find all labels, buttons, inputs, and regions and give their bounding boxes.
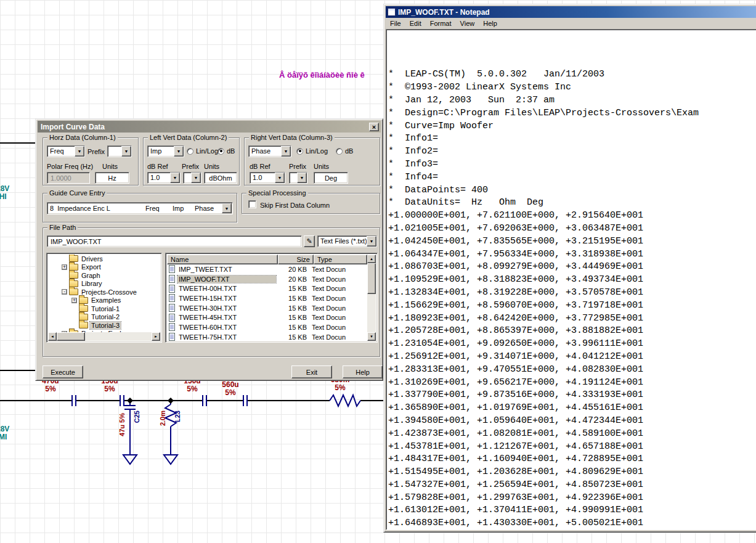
right-units-box: Deg <box>314 172 348 184</box>
tree-horizontal-scrollbar[interactable]: ◄ ► <box>48 332 160 341</box>
text-line: +1.109529E+001, +8.318823E+000, +3.49373… <box>388 274 756 287</box>
left-linlog-radio[interactable]: Lin/Log <box>187 147 218 155</box>
dropdown-arrow-icon[interactable]: ▼ <box>121 146 131 157</box>
dialog-titlebar[interactable]: Import Curve Data × <box>38 121 381 133</box>
tree-item[interactable]: Tutorial-3 <box>48 321 160 330</box>
shunt-l23-ref: L23 <box>174 410 181 422</box>
text-line: +1.086703E+001, +8.099279E+000, +3.44496… <box>388 261 756 274</box>
left-db-radio[interactable]: dB <box>217 147 235 155</box>
group-title: Horz Data (Column-1) <box>47 134 118 141</box>
menu-item[interactable]: Help <box>479 18 502 28</box>
list-vertical-scrollbar[interactable]: ▲ ▼ <box>367 255 376 341</box>
file-list[interactable]: IMP_TWEET.TXT 20 KB Text Docun IMP_WOOF.… <box>167 264 367 341</box>
dropdown-arrow-icon[interactable]: ▼ <box>275 173 285 183</box>
scroll-up-icon[interactable]: ▲ <box>367 255 376 263</box>
left-units-box: dBOhm <box>204 172 237 184</box>
dropdown-arrow-icon[interactable]: ▼ <box>367 236 376 247</box>
tree-item[interactable]: Graph <box>48 271 160 280</box>
file-row[interactable]: TWEETH-00H.TXT 15 KB Text Docun <box>167 284 367 293</box>
dropdown-arrow-icon[interactable]: ▼ <box>75 146 84 157</box>
dropdown-arrow-icon[interactable]: ▼ <box>281 146 291 157</box>
text-line: +1.205728E+001, +8.865397E+000, +3.88188… <box>388 325 756 338</box>
left-dbref-combo[interactable]: 1.0 ▼ <box>147 172 181 184</box>
dropdown-arrow-icon[interactable]: ▼ <box>174 146 184 157</box>
text-line: +1.064347E+001, +7.956334E+000, +3.31893… <box>388 248 756 261</box>
dropdown-arrow-icon[interactable]: ▼ <box>170 173 180 183</box>
scroll-down-icon[interactable]: ▼ <box>367 332 376 341</box>
document-icon <box>169 285 175 293</box>
scroll-left-icon[interactable]: ◄ <box>48 332 57 341</box>
tree-item[interactable]: - Projects-Crossove <box>48 288 160 296</box>
notepad-content-area[interactable]: * LEAP-CS(TM) 5.0.0.302 Jan/11/2003* ©19… <box>386 29 756 530</box>
tree-item[interactable]: + Examples <box>48 296 160 305</box>
file-row[interactable]: TWEETH-15H.TXT 15 KB Text Docun <box>167 293 367 303</box>
text-line: +1.515495E+001, +1.203628E+001, +4.80962… <box>388 466 756 479</box>
document-icon <box>169 314 175 322</box>
right-linlog-radio[interactable]: Lin/Log <box>296 147 328 155</box>
exit-button[interactable]: Exit <box>291 365 332 378</box>
edit-path-button[interactable]: ✎ <box>304 235 315 247</box>
expander-icon[interactable]: + <box>71 298 77 303</box>
polar-freq-field[interactable]: 1.0000 <box>47 172 90 184</box>
menu-item[interactable]: Format <box>426 18 456 28</box>
folder-icon <box>69 255 78 262</box>
expander-icon[interactable]: + <box>62 264 67 270</box>
file-row[interactable]: TWEETH-30H.TXT 15 KB Text Docun <box>167 303 367 313</box>
text-line: * Info2= <box>388 145 756 158</box>
shunt-c25-value: 47u 5% <box>118 413 126 436</box>
guide-curve-combo[interactable]: 8 Impedance Enc L Freq Imp Phase ▼ <box>47 202 233 214</box>
column-header[interactable]: Type <box>314 255 367 264</box>
right-prefix-combo[interactable]: ▼ <box>289 172 307 184</box>
radio-icon[interactable] <box>217 148 224 155</box>
tree-item[interactable]: + Export <box>48 263 160 272</box>
horz-quantity-combo[interactable]: Freq ▼ <box>47 145 85 157</box>
file-row[interactable]: TWEETH-60H.TXT 15 KB Text Docun <box>167 322 367 332</box>
skip-first-column-checkbox[interactable] <box>248 200 256 208</box>
radio-icon[interactable] <box>336 148 343 155</box>
radio-icon[interactable] <box>187 148 193 155</box>
column-header[interactable]: Name <box>167 255 278 264</box>
text-line: +1.156629E+001, +8.596070E+000, +3.71971… <box>388 300 756 312</box>
scroll-thumb[interactable] <box>57 332 85 341</box>
text-line: +1.547327E+001, +1.256594E+001, +4.85072… <box>388 479 756 492</box>
execute-button[interactable]: Execute <box>43 365 83 378</box>
radio-icon[interactable] <box>296 148 303 155</box>
file-path-input[interactable]: IMP_WOOF.TXT <box>47 235 302 247</box>
expander-icon[interactable]: - <box>62 289 67 295</box>
prefix-label: Prefix <box>87 148 105 155</box>
file-type-filter-combo[interactable]: Text Files (*.txt) ▼ <box>317 235 377 247</box>
file-row[interactable]: TWEETH-45H.TXT 15 KB Text Docun <box>167 312 367 322</box>
horz-data-group: Horz Data (Column-1) Freq ▼ Prefix ▼ Pol… <box>43 137 139 186</box>
horz-prefix-combo[interactable]: ▼ <box>107 145 132 157</box>
left-prefix-combo[interactable]: ▼ <box>183 172 201 184</box>
tree-item[interactable]: Drivers <box>48 255 160 263</box>
scroll-thumb[interactable] <box>367 263 376 294</box>
column-header[interactable]: Size <box>278 255 314 264</box>
text-line: +1.180923E+001, +8.642420E+000, +3.77298… <box>388 312 756 325</box>
menu-item[interactable]: Edit <box>405 18 426 28</box>
close-icon[interactable]: × <box>369 123 379 131</box>
file-row[interactable]: TWEETH-75H.TXT 15 KB Text Docun <box>167 332 367 341</box>
scroll-right-icon[interactable]: ► <box>152 332 160 341</box>
help-button[interactable]: Help <box>343 365 383 378</box>
dropdown-arrow-icon[interactable]: ▼ <box>191 173 201 183</box>
right-db-radio[interactable]: dB <box>336 147 353 155</box>
right-quantity-combo[interactable]: Phase ▼ <box>248 145 291 157</box>
menu-item[interactable]: View <box>456 18 479 28</box>
folder-tree[interactable]: Drivers + Export Graph <box>48 255 160 332</box>
dropdown-arrow-icon[interactable]: ▼ <box>222 203 232 213</box>
file-row[interactable]: IMP_WOOF.TXT 20 KB Text Docun <box>167 274 367 284</box>
text-line: +1.613012E+001, +1.370411E+001, +4.99099… <box>388 504 756 517</box>
menu-item[interactable]: File <box>386 18 405 28</box>
notepad-titlebar[interactable]: IMP_WOOF.TXT - Notepad <box>386 6 756 18</box>
tree-item[interactable]: Library <box>48 280 160 288</box>
dbref-label: dB Ref <box>147 163 168 170</box>
file-row[interactable]: IMP_TWEET.TXT 20 KB Text Docun <box>167 264 367 274</box>
file-list-panel: NameSizeType IMP_TWEET.TXT 20 KB Text Do… <box>165 253 378 343</box>
tree-item[interactable]: Tutorial-1 <box>48 304 160 313</box>
dropdown-arrow-icon[interactable]: ▼ <box>297 173 307 183</box>
left-quantity-combo[interactable]: Imp ▼ <box>147 145 184 157</box>
right-dbref-combo[interactable]: 1.0 ▼ <box>250 172 285 184</box>
text-line: * ©1993-2002 LinearX Systems Inc <box>388 81 756 94</box>
tree-item[interactable]: Tutorial-2 <box>48 313 160 322</box>
